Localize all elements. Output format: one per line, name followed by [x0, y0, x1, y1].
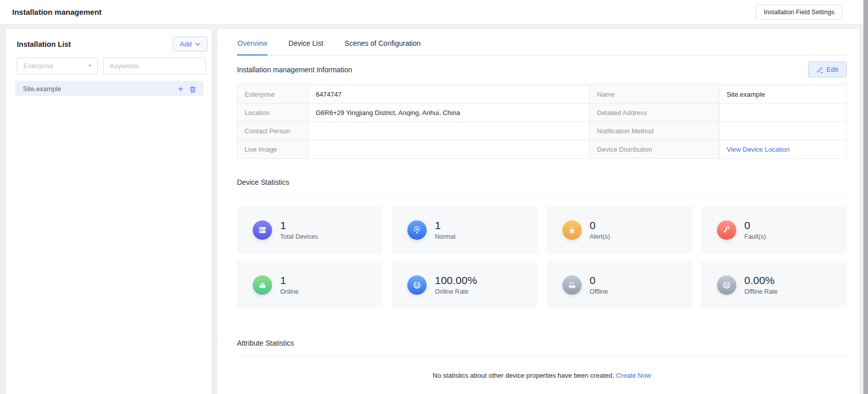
table-row: Location G6R6+29 Yingjiang District, Anq… — [237, 104, 847, 122]
stat-value: 1 — [280, 219, 318, 232]
info-section-title: Installation management Information — [237, 66, 352, 74]
enterprise-select-placeholder: Enterprise — [23, 62, 53, 70]
sidebar-filters: Enterprise — [11, 58, 207, 74]
stat-text: 1 Normal — [435, 219, 455, 240]
field-value — [309, 140, 590, 159]
field-value: 6474747 — [309, 86, 590, 104]
create-now-link[interactable]: Create Now — [616, 372, 651, 379]
server-icon — [253, 220, 272, 240]
router-offline-icon — [562, 275, 582, 295]
sidebar-title: Installation List — [17, 40, 71, 48]
field-label: Enterprise — [237, 86, 309, 104]
stat-label: Online Rate — [435, 288, 477, 295]
table-row: Live Image Device Distribution View Devi… — [237, 140, 847, 159]
stat-text: 1 Online — [280, 274, 298, 295]
table-row: Contact Person Notification Method — [237, 122, 847, 140]
field-value-link-cell: View Device Location — [720, 140, 847, 159]
edit-button-label: Edit — [827, 66, 838, 73]
installation-info-table: Enterprise 6474747 Name Site.example Loc… — [237, 85, 847, 159]
stat-card-alerts: 0 Alert(s) — [547, 206, 692, 254]
broadcast-icon — [407, 220, 427, 240]
trash-icon[interactable] — [186, 85, 197, 93]
add-button-label: Add — [180, 40, 192, 48]
table-row: Enterprise 6474747 Name Site.example — [237, 86, 847, 104]
stat-text: 100.00% Online Rate — [435, 274, 477, 295]
stat-value: 0.00% — [744, 274, 778, 287]
router-online-icon — [253, 275, 272, 295]
field-label: Live Image — [237, 140, 309, 159]
stat-label: Fault(s) — [744, 233, 766, 240]
stat-label: Offline — [590, 288, 608, 295]
stat-text: 0.00% Offline Rate — [744, 274, 778, 295]
page-title: Installation management — [12, 8, 102, 16]
attribute-statistics-empty-state: No statistics about other device propert… — [237, 372, 847, 379]
chevron-down-icon — [195, 43, 200, 46]
installation-list-panel: Installation List Add Enterprise Site.ex… — [6, 29, 212, 394]
empty-state-text: No statistics about other device propert… — [433, 372, 614, 379]
field-value: G6R6+29 Yingjiang District, Anqing, Anhu… — [309, 104, 590, 122]
device-statistics-title: Device Statistics — [237, 178, 847, 195]
stat-text: 0 Fault(s) — [744, 219, 766, 240]
attribute-statistics-title: Attribute Statistics — [237, 339, 847, 356]
tab-device-list[interactable]: Device List — [288, 29, 323, 55]
stat-card-total-devices: 1 Total Devices — [237, 206, 382, 254]
tab-bar: Overview Device List Scenes of Configura… — [237, 29, 847, 55]
main-panel: Overview Device List Scenes of Configura… — [218, 29, 859, 394]
stat-text: 1 Total Devices — [280, 219, 318, 240]
scrollbar-thumb[interactable] — [863, 0, 868, 394]
keywords-input[interactable] — [103, 58, 206, 74]
alarm-icon — [562, 220, 582, 240]
add-button[interactable]: Add — [173, 37, 207, 51]
field-label: Name — [590, 86, 720, 104]
field-label: Contact Person — [237, 122, 309, 140]
vertical-scrollbar — [863, 0, 868, 394]
view-device-location-link[interactable]: View Device Location — [727, 146, 790, 153]
stat-value: 0 — [590, 219, 610, 232]
field-label: Location — [237, 104, 309, 122]
edit-button[interactable]: Edit — [808, 62, 847, 77]
stat-value: 1 — [280, 274, 298, 287]
gauge-offline-icon — [717, 275, 736, 295]
stat-label: Total Devices — [280, 233, 318, 240]
stat-label: Normal — [435, 233, 455, 240]
field-value — [309, 122, 590, 140]
tab-overview[interactable]: Overview — [237, 29, 267, 55]
gauge-online-icon — [407, 275, 427, 295]
installation-field-settings-button[interactable]: Installation Field Settings — [756, 5, 843, 20]
stat-card-online-rate: 100.00% Online Rate — [392, 261, 537, 308]
info-section-header: Installation management Information Edit — [237, 55, 847, 84]
stat-text: 0 Alert(s) — [590, 219, 610, 240]
installation-item-name: Site.example — [23, 85, 175, 93]
field-label: Detailed Address — [590, 104, 720, 122]
stat-value: 1 — [435, 219, 455, 232]
stat-card-offline-rate: 0.00% Offline Rate — [701, 261, 847, 308]
stat-value: 100.00% — [435, 274, 477, 287]
field-value — [720, 122, 847, 140]
stat-text: 0 Offline — [590, 274, 608, 295]
field-value — [720, 104, 847, 122]
stat-card-faults: 0 Fault(s) — [701, 206, 847, 254]
stat-value: 0 — [590, 274, 608, 287]
enterprise-select[interactable]: Enterprise — [17, 58, 98, 74]
pencil-icon — [817, 66, 823, 73]
plus-icon[interactable]: + — [175, 85, 186, 93]
tab-scenes-of-configuration[interactable]: Scenes of Configuration — [344, 29, 421, 55]
caret-down-icon — [88, 65, 92, 67]
top-bar: Installation management Installation Fie… — [0, 0, 868, 24]
stat-card-normal: 1 Normal — [392, 206, 537, 254]
field-label: Notification Method — [590, 122, 720, 140]
sidebar-header: Installation List Add — [11, 37, 207, 51]
stat-card-online: 1 Online — [237, 261, 382, 308]
field-label: Device Distribution — [590, 140, 720, 159]
stat-label: Offline Rate — [744, 288, 778, 295]
stat-label: Alert(s) — [590, 233, 610, 240]
installation-list-item[interactable]: Site.example + — [15, 81, 203, 96]
stat-value: 0 — [744, 219, 766, 232]
wrench-icon — [717, 220, 736, 240]
field-value: Site.example — [720, 86, 847, 104]
device-statistics-cards: 1 Total Devices 1 Normal — [237, 206, 847, 308]
stat-label: Online — [280, 288, 298, 295]
content-area: Installation List Add Enterprise Site.ex… — [6, 29, 859, 394]
stat-card-offline: 0 Offline — [547, 261, 692, 308]
